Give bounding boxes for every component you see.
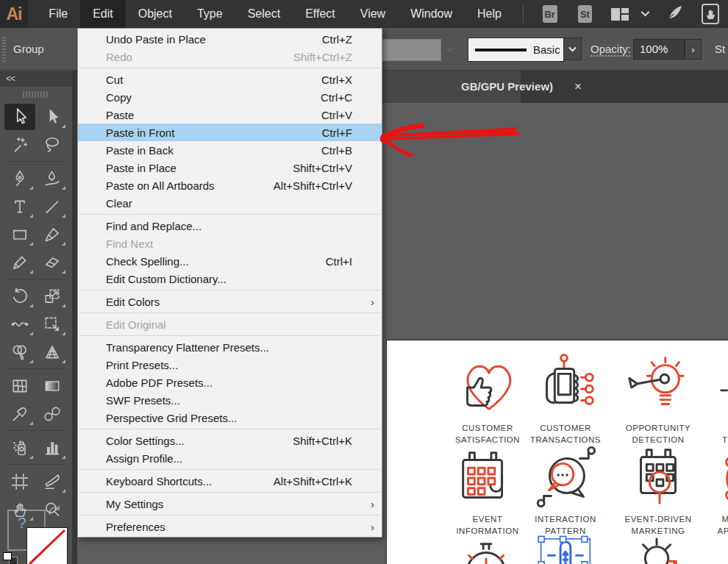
- menu-item-undo-paste-in-place[interactable]: Undo Paste in PlaceCtrl+Z: [78, 30, 382, 48]
- menu-item-edit-custom-dictionary[interactable]: Edit Custom Dictionary...: [78, 270, 382, 288]
- tool-shaper-tool[interactable]: [4, 249, 35, 276]
- tool-curvature-tool[interactable]: [37, 165, 68, 192]
- tool-direct-selection-tool[interactable]: [37, 104, 68, 130]
- bridge-icon[interactable]: Br: [543, 5, 557, 23]
- menubar-item-object[interactable]: Object: [126, 0, 185, 28]
- trends-and-patterns-icon[interactable]: [624, 534, 693, 564]
- tool-panel-drag-handle[interactable]: [23, 91, 49, 98]
- menu-item-print-presets[interactable]: Print Presets...: [78, 356, 382, 374]
- menubar-item-window[interactable]: Window: [398, 0, 465, 28]
- menubar-item-view[interactable]: View: [348, 0, 398, 28]
- menu-item-edit-colors[interactable]: Edit Colors›: [78, 293, 382, 310]
- menu-item-swf-presets[interactable]: SWF Presets...: [78, 391, 382, 409]
- menubar-item-file[interactable]: File: [36, 0, 80, 28]
- tool-lasso-tool[interactable]: [37, 132, 68, 158]
- tool-rectangle-tool[interactable]: [4, 221, 35, 248]
- tool-eraser-tool[interactable]: [37, 249, 68, 276]
- event-driven-marketing-icon[interactable]: [624, 443, 693, 512]
- stock-icon[interactable]: St: [578, 5, 593, 23]
- tool-gradient-tool[interactable]: [37, 373, 68, 399]
- tool-width-tool[interactable]: [4, 311, 35, 338]
- menubar-item-help[interactable]: Help: [465, 0, 514, 28]
- menu-separator: [79, 214, 380, 215]
- menu-item-color-settings[interactable]: Color Settings...Shift+Ctrl+K: [78, 432, 382, 449]
- annotation-arrow: [378, 114, 525, 164]
- menubar-item-edit[interactable]: Edit: [80, 0, 126, 28]
- tool-line-segment-tool[interactable]: [37, 193, 68, 220]
- menubar-item-type[interactable]: Type: [185, 0, 235, 28]
- menu-item-transparency-flattener-presets[interactable]: Transparency Flattener Presets...: [78, 338, 382, 356]
- tool-slice-tool[interactable]: [37, 468, 68, 495]
- tool-mesh-tool[interactable]: [4, 373, 35, 399]
- tool-type-tool[interactable]: [4, 193, 35, 220]
- menu-item-shortcut: Ctrl+B: [321, 144, 364, 157]
- tool-symbol-sprayer-tool[interactable]: [4, 435, 35, 461]
- menu-separator: [79, 492, 380, 493]
- tool-rotate-tool[interactable]: [4, 283, 35, 310]
- menu-item-cut[interactable]: CutCtrl+X: [78, 71, 382, 88]
- customer-response-rate-icon[interactable]: [453, 534, 522, 564]
- artboard[interactable]: CUSTOMERSATISFACTIONCUSTOMERTRANSACTIONS…: [386, 340, 728, 564]
- menubar-item-effect[interactable]: Effect: [293, 0, 348, 28]
- tab-close-icon[interactable]: ×: [574, 70, 582, 103]
- opportunity-detection-icon[interactable]: [624, 351, 693, 421]
- menu-item-paste-on-all-artboards[interactable]: Paste on All ArtboardsAlt+Shift+Ctrl+V: [78, 176, 382, 194]
- menu-item-my-settings[interactable]: My Settings›: [78, 495, 382, 513]
- menu-item-assign-profile[interactable]: Assign Profile...: [78, 449, 382, 467]
- menubar-item-select[interactable]: Select: [235, 0, 293, 28]
- chevron-down-icon[interactable]: [640, 7, 650, 21]
- brush-dropdown-button[interactable]: [563, 38, 582, 60]
- tool-zoom-tool[interactable]: [37, 496, 68, 523]
- menu-item-copy[interactable]: CopyCtrl+C: [78, 88, 382, 106]
- opacity-label[interactable]: Opacity:: [590, 28, 631, 70]
- menu-item-paste-in-place[interactable]: Paste in PlaceShift+Ctrl+V: [78, 159, 382, 176]
- menu-item-label: Edit Custom Dictionary...: [106, 273, 352, 285]
- gpu-performance-icon[interactable]: [666, 4, 684, 24]
- workspace-switcher-icon[interactable]: [611, 8, 629, 21]
- interaction-pattern-icon-art: [531, 443, 600, 512]
- menu-item-find-and-replace[interactable]: Find and Replace...: [78, 217, 382, 235]
- tool-blend-tool[interactable]: [37, 401, 68, 427]
- tool-perspective-grid-tool[interactable]: [37, 339, 68, 365]
- opacity-value-field[interactable]: 100%: [633, 39, 685, 60]
- help-desk-icon[interactable]: [714, 534, 728, 564]
- tool-free-transform-tool[interactable]: [37, 311, 68, 338]
- panel-collapse-button[interactable]: <<: [0, 71, 72, 87]
- panel-drag-handle[interactable]: [2, 37, 6, 62]
- menu-item-keyboard-shortcuts[interactable]: Keyboard Shortcuts...Alt+Shift+Ctrl+K: [78, 472, 382, 490]
- menu-item-paste-in-front[interactable]: Paste in FrontCtrl+F: [78, 124, 382, 141]
- menu-item-check-spelling[interactable]: Check Spelling...Ctrl+I: [78, 252, 382, 270]
- redundancy-icon[interactable]: [531, 534, 600, 564]
- customer-transactions-icon[interactable]: [531, 351, 600, 421]
- tool-paintbrush-tool[interactable]: [37, 221, 68, 248]
- style-label-clipped: St: [715, 28, 725, 70]
- touch-workspace-icon[interactable]: [702, 4, 719, 24]
- menu-item-adobe-pdf-presets[interactable]: Adobe PDF Presets...: [78, 374, 382, 391]
- event-information-icon[interactable]: [453, 443, 522, 512]
- tool-shape-builder-tool[interactable]: [4, 339, 35, 365]
- tool-eyedropper-tool[interactable]: [4, 401, 35, 427]
- tool-column-graph-tool[interactable]: [37, 435, 68, 461]
- menu-item-perspective-grid-presets[interactable]: Perspective Grid Presets...: [78, 409, 382, 426]
- tool-pen-tool[interactable]: [4, 165, 35, 192]
- menu-item-clear[interactable]: Clear: [78, 194, 382, 212]
- menu-item-label: Paste in Place: [106, 162, 293, 174]
- default-fill-stroke-icon[interactable]: [3, 552, 18, 564]
- tool-hand-tool[interactable]: [4, 496, 35, 523]
- brush-definition-dropdown[interactable]: Basic: [468, 38, 564, 62]
- curvature-icon: [43, 169, 62, 188]
- menu-item-paste-in-back[interactable]: Paste in BackCtrl+B: [78, 141, 382, 159]
- marketing-approaches-icon[interactable]: [714, 443, 728, 512]
- menu-item-preferences[interactable]: Preferences›: [78, 518, 382, 535]
- tool-magic-wand-tool[interactable]: [4, 132, 35, 158]
- menu-item-paste[interactable]: PasteCtrl+V: [78, 106, 382, 124]
- timeframe-icon[interactable]: [714, 351, 728, 421]
- tool-artboard-tool[interactable]: [4, 468, 35, 495]
- opacity-stepper-button[interactable]: ›: [685, 39, 702, 60]
- stroke-swatch[interactable]: [26, 527, 68, 564]
- menu-item-label: SWF Presets...: [106, 394, 352, 407]
- tool-selection-tool[interactable]: [4, 104, 35, 130]
- customer-satisfaction-icon[interactable]: [453, 351, 522, 421]
- interaction-pattern-icon[interactable]: [531, 443, 600, 512]
- tool-scale-tool[interactable]: [37, 283, 68, 310]
